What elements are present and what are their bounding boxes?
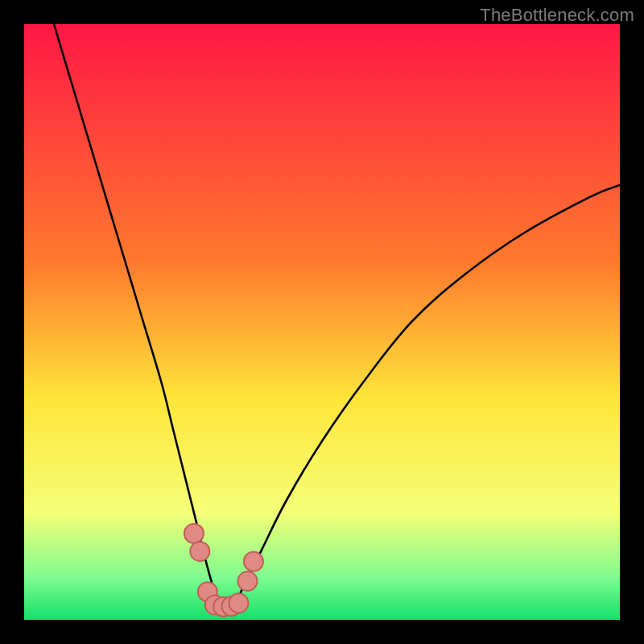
- curve-marker: [238, 572, 258, 591]
- curve-marker: [244, 552, 263, 572]
- gradient-background: [24, 24, 620, 620]
- curve-marker: [229, 593, 248, 613]
- chart-frame: TheBottleneck.com: [0, 0, 644, 644]
- watermark-text: TheBottleneck.com: [480, 5, 634, 26]
- curve-marker: [184, 524, 204, 543]
- curve-marker: [190, 542, 209, 561]
- bottleneck-chart: [24, 24, 620, 620]
- plot-area: [24, 24, 620, 620]
